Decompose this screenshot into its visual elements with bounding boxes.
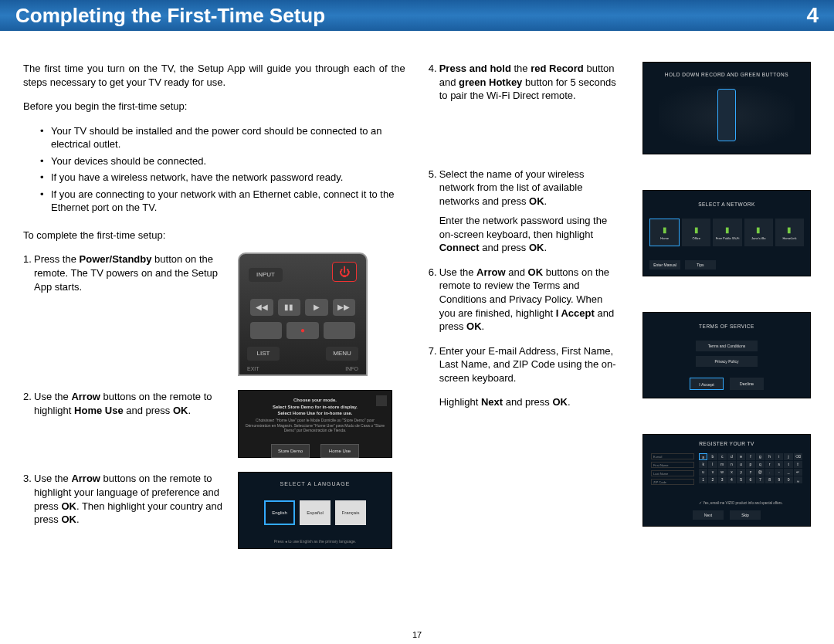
email-field: E-mail: [651, 453, 694, 459]
intro-text: The first time you turn on the TV, the S…: [23, 62, 405, 89]
page-title: Completing the First-Time Setup: [15, 4, 325, 28]
exit-label: EXIT: [247, 365, 259, 372]
before-item: Your TV should be installed and the powe…: [40, 124, 405, 151]
before-item: If you have a wireless network, have the…: [40, 171, 405, 185]
input-button: INPUT: [249, 268, 283, 282]
remote-image: INPUT ◀◀▮▮▶▶▶ LISTMENU EXITINFO: [238, 253, 368, 376]
zip-field: ZIP Code: [651, 479, 694, 485]
step-body: Use the Arrow buttons on the remote to h…: [34, 472, 224, 549]
col-right: HOLD DOWN RECORD AND GREEN BUTTONS SELEC…: [642, 62, 811, 563]
step-body: Press the Power/Standby button on the re…: [34, 253, 224, 376]
step-6: 6. Use the Arrow and OK buttons on the r…: [429, 266, 619, 334]
step-num: 7.: [429, 344, 439, 385]
rewind-icon: ◀◀: [250, 299, 273, 316]
step-num: 4.: [429, 62, 439, 103]
before-label: Before you begin the first-time setup:: [23, 100, 405, 114]
lang-spanish: Español: [300, 500, 331, 525]
before-item: Your devices should be connected.: [40, 154, 405, 168]
home-use-button: Home Use: [320, 444, 359, 458]
step-body: Press and hold the red Record button and…: [439, 62, 619, 103]
accept-button: I Accept: [690, 378, 724, 390]
energy-star-icon: [376, 395, 387, 406]
firstname-field: First Name: [651, 462, 694, 468]
pause-icon: ▮▮: [278, 299, 301, 316]
header-bar: Completing the First-Time Setup 4: [0, 0, 834, 31]
step-5b: Enter the network password using the on-…: [429, 214, 619, 255]
step-num: 2.: [23, 390, 34, 458]
step-5: 5. Select the name of your wireless netw…: [429, 168, 619, 208]
network-screen-image: SELECT A NETWORK Home Office Free Public…: [642, 190, 811, 276]
step-num: 5.: [429, 168, 439, 208]
mode-screen-image: Choose your mode. Select Store Demo for …: [238, 390, 392, 458]
step-4: 4. Press and hold the red Record button …: [429, 62, 619, 103]
chapter-number: 4: [806, 3, 819, 28]
complete-label: To complete the first-time setup:: [23, 229, 405, 242]
net-option: Office: [682, 219, 710, 246]
step-3: 3. Use the Arrow buttons on the remote t…: [23, 472, 405, 549]
step-body: Use the Arrow buttons on the remote to h…: [34, 390, 224, 458]
before-list: Your TV should be installed and the powe…: [40, 124, 405, 218]
menu-button: MENU: [326, 347, 358, 361]
step-body: Select the name of your wireless network…: [439, 168, 619, 208]
info-label: INFO: [345, 365, 358, 372]
store-demo-button: Store Demo: [271, 444, 310, 458]
step-body: Enter your E-mail Address, First Name, L…: [439, 344, 619, 385]
remote-outline-icon: [717, 89, 736, 141]
language-screen-image: SELECT A LANGUAGE English Español França…: [238, 472, 392, 549]
privacy-link: Privacy Policy: [696, 356, 758, 367]
page-number: 17: [0, 630, 834, 639]
lang-french: Français: [335, 500, 366, 525]
step-num: 1.: [23, 253, 34, 376]
net-tips: Tips: [685, 260, 716, 269]
step-body: Use the Arrow and OK buttons on the remo…: [439, 266, 619, 334]
step-2: 2. Use the Arrow buttons on the remote t…: [23, 390, 405, 458]
tos-link: Terms and Conditions: [696, 341, 758, 351]
lastname-field: Last Name: [651, 470, 694, 476]
list-button: LIST: [247, 347, 280, 361]
step-7: 7. Enter your E-mail Address, First Name…: [429, 344, 619, 385]
net-manual: Enter Manual: [649, 260, 680, 269]
optin-checkbox-label: Yes, email me VIZIO product info and spe…: [699, 501, 802, 506]
skip-button: Skip: [730, 510, 761, 520]
register-screen-image: REGISTER YOUR TV E-mail First Name Last …: [642, 434, 811, 527]
net-option: HomeLink: [775, 219, 804, 246]
before-item: If you are connecting to your network wi…: [40, 188, 405, 215]
net-option: Jane's iBo: [744, 219, 773, 246]
step-7b: Highlight Next and press OK.: [429, 395, 619, 409]
next-button: Next: [693, 510, 724, 520]
power-button-icon: [332, 262, 357, 282]
tos-screen-image: TERMS OF SERVICE Terms and Conditions Pr…: [642, 312, 811, 398]
col-left: The first time you turn on the TV, the S…: [23, 62, 405, 563]
step-1: 1. Press the Power/Standby button on the…: [23, 253, 405, 376]
step-num: 3.: [23, 472, 34, 549]
play-icon: ▶: [305, 299, 328, 316]
net-option: Free Public Wi-Fi: [713, 219, 741, 246]
record-icon: [286, 322, 318, 339]
lang-english: English: [264, 500, 295, 525]
col-middle: 4. Press and hold the red Record button …: [429, 62, 619, 563]
net-home: Home: [649, 219, 680, 246]
pair-screen-image: HOLD DOWN RECORD AND GREEN BUTTONS: [642, 62, 811, 154]
onscreen-keyboard: abcdefghij⌫ klmnopqrst⇧ uvwxyz@.-_↵ 1234…: [699, 453, 802, 483]
step-num: 6.: [429, 266, 439, 334]
ff-icon: ▶▶: [333, 299, 356, 316]
decline-button: Decline: [730, 378, 764, 390]
